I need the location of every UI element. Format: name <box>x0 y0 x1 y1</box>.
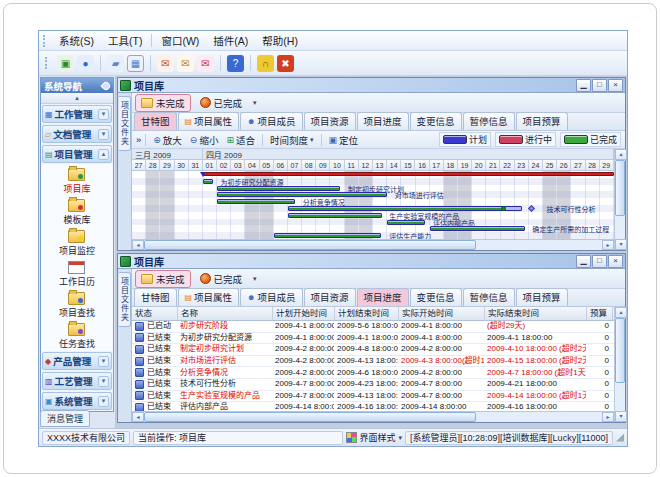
lock-icon[interactable]: ∩ <box>257 55 274 72</box>
project-folder-vertical-tab[interactable]: 项目文件夹 <box>119 272 131 327</box>
day-label[interactable]: 25 <box>543 160 557 171</box>
tab-changes[interactable]: 变更信息 <box>410 112 462 130</box>
table-row[interactable]: 已结束对市场进行评估2009-4-2 8:00:002009-4-13 18:0… <box>132 356 614 368</box>
gantt-bar[interactable] <box>203 179 213 184</box>
tab-resources[interactable]: 项目资源 <box>304 288 356 306</box>
day-label[interactable]: 20 <box>472 160 486 171</box>
table-row[interactable]: 已启动初步研究阶段2009-4-1 8:00:002009-5-6 18:00:… <box>132 321 614 333</box>
v-scroll-track[interactable] <box>615 160 625 239</box>
day-label[interactable]: 10 <box>330 160 344 171</box>
day-label[interactable]: 29 <box>160 160 174 171</box>
group-docs[interactable]: ▱文档管理▾ <box>42 125 112 143</box>
vertical-scrollbar[interactable]: ▴▾ <box>614 307 625 422</box>
gantt-bar[interactable] <box>217 192 387 197</box>
h-scroll-thumb[interactable] <box>144 240 476 250</box>
exit-icon[interactable]: ✖ <box>277 55 294 72</box>
group-work[interactable]: ▦工作管理▾ <box>42 105 112 123</box>
child-title-bar[interactable]: 项目库 ▁□× <box>118 254 625 269</box>
h-scroll-track[interactable] <box>144 412 602 422</box>
tab-unfinished[interactable]: 未完成 <box>135 94 191 112</box>
v-scroll-thumb[interactable] <box>615 318 625 383</box>
tab-members[interactable]: ☻项目成员 <box>240 112 302 130</box>
day-label[interactable]: 08 <box>302 160 316 171</box>
day-label[interactable]: 05 <box>260 160 274 171</box>
column-header[interactable]: 计划结束时间 <box>335 307 399 320</box>
chevron-down-icon[interactable]: ▾ <box>98 109 109 120</box>
day-label[interactable]: 15 <box>401 160 415 171</box>
gantt-bar[interactable] <box>430 226 525 231</box>
group-process[interactable]: ▥工艺管理▾ <box>42 372 112 390</box>
item-task-search[interactable]: 任务查找 <box>59 323 95 350</box>
mail-new-icon[interactable]: ✉ <box>157 55 174 72</box>
scroll-down-icon[interactable]: ▾ <box>615 411 627 422</box>
day-label[interactable]: 14 <box>387 160 401 171</box>
chevron-down-icon[interactable]: ▾ <box>98 129 109 140</box>
day-label[interactable]: 04 <box>245 160 259 171</box>
day-label[interactable]: 18 <box>444 160 458 171</box>
day-label[interactable]: 28 <box>146 160 160 171</box>
tab-finished[interactable]: 已完成 <box>194 270 249 288</box>
horizontal-scrollbar[interactable]: ◂▸ <box>132 239 614 250</box>
day-label[interactable]: 06 <box>274 160 288 171</box>
column-header[interactable]: 状态 <box>132 307 178 320</box>
day-label[interactable]: 16 <box>415 160 429 171</box>
day-label[interactable]: 19 <box>458 160 472 171</box>
tab-finished[interactable]: 已完成 <box>194 94 249 112</box>
tab-gantt[interactable]: 甘特图 <box>134 288 177 306</box>
column-header[interactable]: 预算 <box>587 307 613 320</box>
horizontal-scrollbar[interactable]: ◂▸ <box>132 411 614 422</box>
tab-members[interactable]: ☻项目成员 <box>240 288 302 306</box>
chevron-down-icon[interactable]: ▾ <box>98 356 109 367</box>
folder-icon[interactable]: ▰ <box>107 55 124 72</box>
child-title-bar[interactable]: 项目库 ▁□× <box>118 78 625 93</box>
item-template-library[interactable]: 模板库 <box>63 199 90 226</box>
table-row[interactable]: 已结束分析竞争情况2009-4-2 8:00:002009-4-6 18:00:… <box>132 367 614 379</box>
day-label[interactable]: 30 <box>175 160 189 171</box>
menu-help[interactable]: 帮助(H) <box>255 32 305 49</box>
v-scroll-track[interactable] <box>615 318 625 411</box>
scroll-right-icon[interactable]: ▸ <box>602 412 614 422</box>
item-project-monitor[interactable]: 项目监控 <box>59 230 95 257</box>
gantt-bar[interactable] <box>288 206 522 211</box>
column-header[interactable]: 计划开始时间 <box>273 307 335 320</box>
day-label[interactable]: 23 <box>515 160 529 171</box>
day-label[interactable]: 17 <box>430 160 444 171</box>
tab-unfinished[interactable]: 未完成 <box>135 270 191 288</box>
tab-budget[interactable]: 项目预算 <box>516 288 568 306</box>
chevron-up-icon[interactable]: ▴ <box>98 149 109 160</box>
scroll-left-icon[interactable]: ◂ <box>132 240 144 250</box>
table-row[interactable]: 已结束技术可行性分析2009-4-7 8:00:002009-4-23 18:0… <box>132 379 614 391</box>
gantt-bar[interactable] <box>274 233 382 238</box>
tab-properties[interactable]: ▤项目属性 <box>178 288 240 306</box>
day-label[interactable]: 22 <box>500 160 514 171</box>
minimize-button[interactable]: ▁ <box>576 79 591 92</box>
fit-button[interactable]: ⊞适合 <box>223 132 258 148</box>
menubar-grip[interactable] <box>43 35 48 47</box>
gantt-bar[interactable] <box>217 186 340 191</box>
table-row[interactable]: 已结束评估内部产品2009-4-14 8:00:002009-4-16 18:0… <box>132 402 614 411</box>
item-project-search[interactable]: 项目查找 <box>59 292 95 319</box>
pin-icon[interactable] <box>100 80 111 91</box>
style-dropdown-icon[interactable]: ▾ <box>399 434 403 442</box>
sidebar-collapse-button[interactable]: ▴ <box>41 93 113 104</box>
restore-button[interactable]: □ <box>592 255 607 268</box>
day-label[interactable]: 07 <box>288 160 302 171</box>
gantt-summary-bar[interactable] <box>203 172 614 176</box>
tab-progress[interactable]: 项目进度 <box>357 112 409 130</box>
help-icon[interactable]: ? <box>227 55 244 72</box>
resize-grip[interactable] <box>616 434 624 442</box>
column-header[interactable]: 实际开始时间 <box>399 307 485 320</box>
time-scale-button[interactable]: 时间刻度▾ <box>267 132 317 148</box>
project-folder-vertical-tab[interactable]: 项目文件夹 <box>119 96 131 151</box>
mail-delete-icon[interactable]: ✉ <box>197 55 214 72</box>
close-button[interactable]: × <box>608 255 623 268</box>
h-scroll-thumb[interactable] <box>144 412 476 422</box>
chevron-down-icon[interactable]: ▾ <box>98 376 109 387</box>
system-icon[interactable]: ▣ <box>57 55 74 72</box>
save-icon[interactable]: ▦ <box>127 55 144 72</box>
toolbar-overflow-icon[interactable]: » <box>136 134 141 145</box>
vertical-scrollbar[interactable]: ▴▾ <box>614 149 625 250</box>
day-label[interactable]: 01 <box>203 160 217 171</box>
view-tab-dropdown-icon[interactable]: ▾ <box>253 275 257 283</box>
day-label[interactable]: 03 <box>231 160 245 171</box>
